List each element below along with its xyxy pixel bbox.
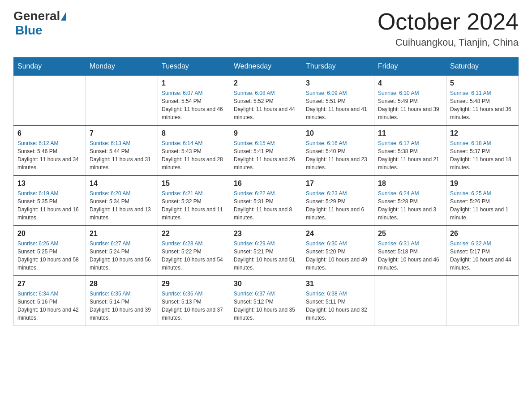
logo-general-text: General: [13, 9, 60, 23]
calendar-table: SundayMondayTuesdayWednesdayThursdayFrid…: [13, 57, 519, 326]
calendar-cell: 30Sunrise: 6:37 AMSunset: 5:12 PMDayligh…: [230, 276, 302, 326]
day-info: Sunrise: 6:09 AMSunset: 5:51 PMDaylight:…: [306, 89, 370, 121]
day-info: Sunrise: 6:36 AMSunset: 5:13 PMDaylight:…: [162, 290, 226, 322]
calendar-cell: [446, 276, 519, 326]
sunrise-text: Sunrise: 6:34 AM: [17, 291, 58, 297]
sunset-text: Sunset: 5:34 PM: [90, 198, 129, 205]
daylight-text: Daylight: 11 hours and 16 minutes.: [17, 206, 79, 221]
day-info: Sunrise: 6:16 AMSunset: 5:40 PMDaylight:…: [306, 139, 370, 171]
sunset-text: Sunset: 5:13 PM: [162, 299, 202, 305]
sunset-text: Sunset: 5:18 PM: [378, 248, 418, 255]
sunset-text: Sunset: 5:24 PM: [90, 248, 129, 255]
daylight-text: Daylight: 11 hours and 3 minutes.: [378, 206, 436, 221]
day-info: Sunrise: 6:38 AMSunset: 5:11 PMDaylight:…: [306, 290, 370, 322]
calendar-cell: 6Sunrise: 6:12 AMSunset: 5:46 PMDaylight…: [14, 125, 86, 176]
calendar-cell: 23Sunrise: 6:29 AMSunset: 5:21 PMDayligh…: [230, 226, 302, 276]
calendar-cell: 18Sunrise: 6:24 AMSunset: 5:28 PMDayligh…: [374, 176, 446, 226]
sunset-text: Sunset: 5:52 PM: [234, 98, 274, 104]
daylight-text: Daylight: 11 hours and 41 minutes.: [306, 106, 367, 120]
sunrise-text: Sunrise: 6:13 AM: [90, 140, 130, 146]
day-info: Sunrise: 6:14 AMSunset: 5:43 PMDaylight:…: [162, 139, 226, 171]
calendar-cell: 15Sunrise: 6:21 AMSunset: 5:32 PMDayligh…: [158, 176, 230, 226]
sunrise-text: Sunrise: 6:12 AM: [17, 140, 58, 146]
week-row-2: 6Sunrise: 6:12 AMSunset: 5:46 PMDaylight…: [14, 125, 519, 176]
sunrise-text: Sunrise: 6:25 AM: [450, 190, 491, 197]
sunset-text: Sunset: 5:49 PM: [378, 98, 418, 104]
daylight-text: Daylight: 11 hours and 21 minutes.: [378, 156, 439, 171]
day-info: Sunrise: 6:29 AMSunset: 5:21 PMDaylight:…: [234, 240, 298, 272]
sunrise-text: Sunrise: 6:17 AM: [378, 140, 419, 146]
day-info: Sunrise: 6:37 AMSunset: 5:12 PMDaylight:…: [234, 290, 298, 322]
calendar-cell: [374, 276, 446, 326]
sunrise-text: Sunrise: 6:23 AM: [306, 190, 347, 197]
daylight-text: Daylight: 11 hours and 26 minutes.: [234, 156, 295, 171]
calendar-cell: 11Sunrise: 6:17 AMSunset: 5:38 PMDayligh…: [374, 125, 446, 176]
day-number: 30: [234, 280, 298, 288]
day-number: 11: [378, 129, 442, 137]
day-info: Sunrise: 6:08 AMSunset: 5:52 PMDaylight:…: [234, 89, 298, 121]
daylight-text: Daylight: 10 hours and 58 minutes.: [17, 257, 79, 271]
calendar-cell: 14Sunrise: 6:20 AMSunset: 5:34 PMDayligh…: [86, 176, 158, 226]
day-number: 10: [306, 129, 370, 137]
calendar-cell: 24Sunrise: 6:30 AMSunset: 5:20 PMDayligh…: [302, 226, 374, 276]
logo-blue-text: Blue: [15, 23, 43, 37]
sunset-text: Sunset: 5:46 PM: [17, 148, 57, 154]
daylight-text: Daylight: 11 hours and 36 minutes.: [450, 106, 511, 120]
daylight-text: Daylight: 11 hours and 39 minutes.: [378, 106, 439, 120]
day-number: 23: [234, 230, 298, 238]
calendar-cell: 20Sunrise: 6:26 AMSunset: 5:25 PMDayligh…: [14, 226, 86, 276]
daylight-text: Daylight: 11 hours and 6 minutes.: [306, 206, 364, 221]
day-number: 29: [162, 280, 226, 288]
day-info: Sunrise: 6:26 AMSunset: 5:25 PMDaylight:…: [17, 240, 82, 272]
calendar-cell: 3Sunrise: 6:09 AMSunset: 5:51 PMDaylight…: [302, 75, 374, 125]
sunset-text: Sunset: 5:31 PM: [234, 198, 274, 205]
sunset-text: Sunset: 5:48 PM: [450, 98, 490, 104]
day-number: 17: [306, 180, 370, 188]
day-number: 28: [90, 280, 154, 288]
daylight-text: Daylight: 11 hours and 11 minutes.: [162, 206, 223, 221]
daylight-text: Daylight: 10 hours and 35 minutes.: [234, 307, 295, 321]
daylight-text: Daylight: 10 hours and 44 minutes.: [450, 257, 511, 271]
calendar-header-row: SundayMondayTuesdayWednesdayThursdayFrid…: [14, 58, 519, 76]
day-info: Sunrise: 6:17 AMSunset: 5:38 PMDaylight:…: [378, 139, 442, 171]
column-header-wednesday: Wednesday: [230, 58, 302, 76]
column-header-friday: Friday: [374, 58, 446, 76]
day-number: 22: [162, 230, 226, 238]
day-number: 26: [450, 230, 515, 238]
day-info: Sunrise: 6:07 AMSunset: 5:54 PMDaylight:…: [162, 89, 226, 121]
column-header-thursday: Thursday: [302, 58, 374, 76]
daylight-text: Daylight: 11 hours and 1 minute.: [450, 206, 508, 221]
day-info: Sunrise: 6:20 AMSunset: 5:34 PMDaylight:…: [90, 189, 154, 222]
day-info: Sunrise: 6:10 AMSunset: 5:49 PMDaylight:…: [378, 89, 442, 121]
week-row-4: 20Sunrise: 6:26 AMSunset: 5:25 PMDayligh…: [14, 226, 519, 276]
logo-top: General: [13, 9, 67, 23]
daylight-text: Daylight: 11 hours and 13 minutes.: [90, 206, 151, 221]
day-info: Sunrise: 6:28 AMSunset: 5:22 PMDaylight:…: [162, 240, 226, 272]
week-row-3: 13Sunrise: 6:19 AMSunset: 5:35 PMDayligh…: [14, 176, 519, 226]
day-info: Sunrise: 6:25 AMSunset: 5:26 PMDaylight:…: [450, 189, 515, 222]
sunrise-text: Sunrise: 6:14 AM: [162, 140, 202, 146]
page-header: General Blue October 2024 Cuihuangkou, T…: [13, 9, 519, 48]
calendar-cell: 27Sunrise: 6:34 AMSunset: 5:16 PMDayligh…: [14, 276, 86, 326]
sunset-text: Sunset: 5:21 PM: [234, 248, 274, 255]
calendar-cell: 4Sunrise: 6:10 AMSunset: 5:49 PMDaylight…: [374, 75, 446, 125]
day-info: Sunrise: 6:19 AMSunset: 5:35 PMDaylight:…: [17, 189, 82, 222]
sunset-text: Sunset: 5:38 PM: [378, 148, 418, 154]
title-section: October 2024 Cuihuangkou, Tianjin, China: [378, 9, 519, 48]
daylight-text: Daylight: 11 hours and 34 minutes.: [17, 156, 79, 171]
sunrise-text: Sunrise: 6:27 AM: [90, 240, 130, 247]
day-number: 13: [17, 180, 82, 188]
day-number: 24: [306, 230, 370, 238]
day-info: Sunrise: 6:13 AMSunset: 5:44 PMDaylight:…: [90, 139, 154, 171]
calendar-cell: 19Sunrise: 6:25 AMSunset: 5:26 PMDayligh…: [446, 176, 519, 226]
sunset-text: Sunset: 5:22 PM: [162, 248, 202, 255]
week-row-1: 1Sunrise: 6:07 AMSunset: 5:54 PMDaylight…: [14, 75, 519, 125]
sunset-text: Sunset: 5:12 PM: [234, 299, 274, 305]
day-number: 16: [234, 180, 298, 188]
sunset-text: Sunset: 5:41 PM: [234, 148, 274, 154]
day-info: Sunrise: 6:12 AMSunset: 5:46 PMDaylight:…: [17, 139, 82, 171]
daylight-text: Daylight: 10 hours and 51 minutes.: [234, 257, 295, 271]
location-title: Cuihuangkou, Tianjin, China: [378, 37, 519, 48]
calendar-cell: 28Sunrise: 6:35 AMSunset: 5:14 PMDayligh…: [86, 276, 158, 326]
sunrise-text: Sunrise: 6:31 AM: [378, 240, 419, 247]
